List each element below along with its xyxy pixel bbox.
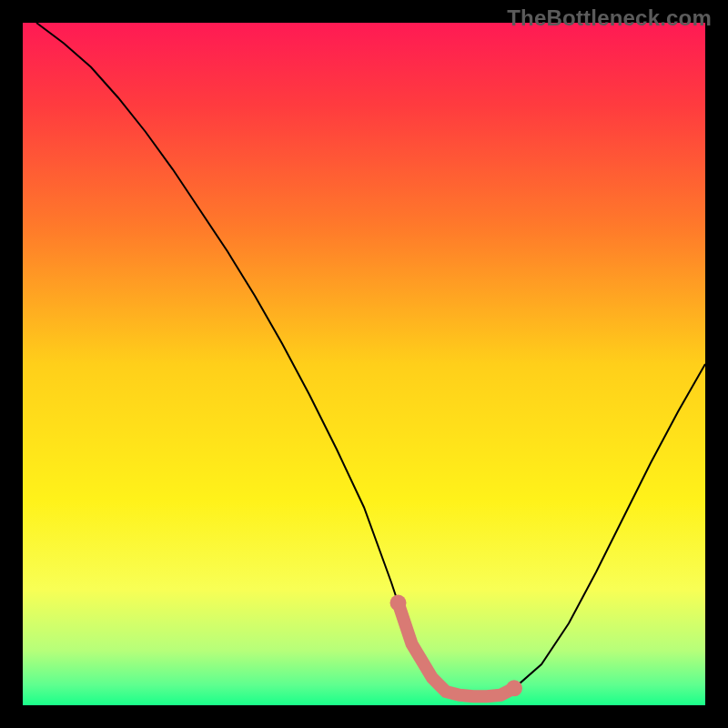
chart-frame: TheBottleneck.com xyxy=(0,0,728,728)
chart-background xyxy=(23,23,705,705)
optimal-range-start-dot xyxy=(390,595,407,612)
optimal-range-end-dot xyxy=(506,680,522,696)
watermark-text: TheBottleneck.com xyxy=(507,5,712,31)
chart-svg xyxy=(23,23,705,705)
